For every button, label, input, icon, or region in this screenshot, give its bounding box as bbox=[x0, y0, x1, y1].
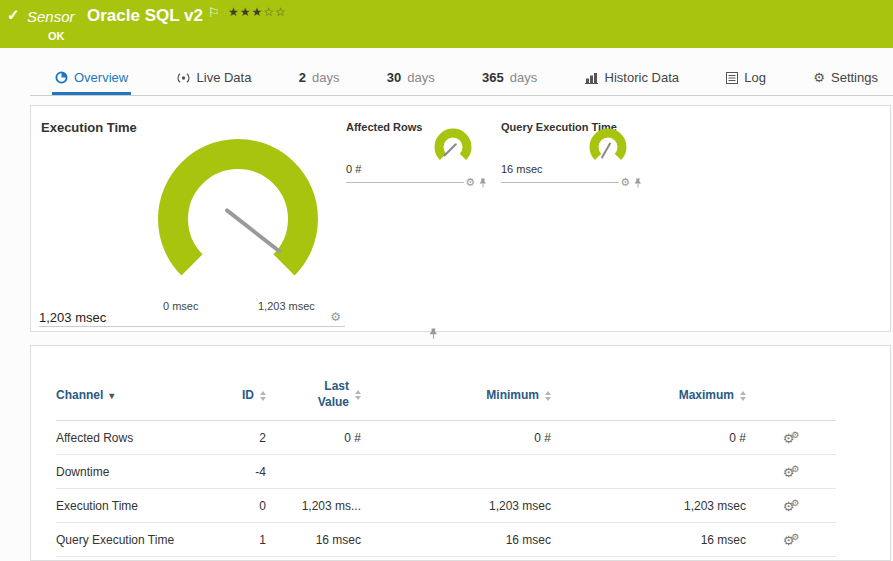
column-header-channel[interactable]: Channel▾ bbox=[56, 370, 206, 421]
query-execution-time-gauge bbox=[583, 125, 633, 167]
tab-settings[interactable]: ⚙ Settings bbox=[810, 63, 881, 95]
gauge-scale-min: 0 msec bbox=[163, 300, 198, 312]
sort-icon bbox=[545, 391, 551, 401]
tab-bar: Overview Live Data 2 days 30 days 365 da… bbox=[30, 63, 893, 96]
column-header-maximum[interactable]: Maximum bbox=[551, 370, 746, 421]
channel-settings-icon[interactable]: ⚙⚙ bbox=[783, 432, 800, 446]
gauge-title: Affected Rows bbox=[346, 121, 422, 133]
channel-name: Affected Rows bbox=[56, 421, 206, 455]
bar-chart-icon bbox=[585, 72, 599, 84]
channel-last-value: 0 # bbox=[266, 421, 361, 455]
tab-overview[interactable]: Overview bbox=[52, 63, 131, 95]
channels-panel: Channel▾ ID Last Value Minimum Maximum bbox=[30, 345, 891, 561]
tab-log[interactable]: Log bbox=[723, 63, 769, 95]
gauge-needle bbox=[227, 210, 279, 251]
gauge-tools: ⚙ bbox=[619, 177, 643, 188]
status-badge: OK bbox=[48, 30, 65, 42]
gauge-current-value: 0 # bbox=[346, 163, 361, 175]
gauge-current-value: 16 msec bbox=[501, 163, 543, 175]
affected-rows-gauge-tile: Affected Rows 0 # ⚙ bbox=[346, 116, 488, 183]
channel-id: 0 bbox=[206, 489, 266, 523]
gauge-current-value: 1,203 msec bbox=[39, 310, 106, 325]
channel-maximum: 16 msec bbox=[551, 523, 746, 557]
gauge-scale-max: 1,203 msec bbox=[258, 300, 315, 312]
channel-maximum bbox=[551, 455, 746, 489]
pin-icon[interactable] bbox=[429, 328, 438, 339]
table-row: Downtime -4 ⚙⚙ bbox=[56, 455, 836, 489]
tab-label: Live Data bbox=[197, 70, 252, 85]
channel-last-value: 1,203 ms... bbox=[266, 489, 361, 523]
log-icon bbox=[726, 72, 738, 84]
stars-empty-icon[interactable]: ☆☆ bbox=[263, 5, 287, 19]
channel-minimum: 16 msec bbox=[361, 523, 551, 557]
channel-id: 2 bbox=[206, 421, 266, 455]
channel-name: Query Execution Time bbox=[56, 523, 206, 557]
tab-number: 365 bbox=[482, 70, 504, 85]
table-row: Affected Rows 2 0 # 0 # 0 # ⚙⚙ bbox=[56, 421, 836, 455]
pin-icon[interactable] bbox=[634, 178, 642, 188]
tab-live-data[interactable]: Live Data bbox=[173, 63, 255, 95]
priority-stars[interactable]: ★★★☆☆ bbox=[228, 5, 287, 19]
tab-number: 30 bbox=[387, 70, 401, 85]
tab-unit: days bbox=[312, 70, 339, 85]
gauge-needle bbox=[602, 144, 610, 158]
channel-last-value: 16 msec bbox=[266, 523, 361, 557]
sort-icon bbox=[355, 390, 361, 400]
channel-name: Execution Time bbox=[56, 489, 206, 523]
channel-minimum: 0 # bbox=[361, 421, 551, 455]
channel-maximum: 0 # bbox=[551, 421, 746, 455]
tab-label: Overview bbox=[74, 70, 128, 85]
tab-unit: days bbox=[407, 70, 434, 85]
sensor-title: Oracle SQL v2 bbox=[87, 6, 203, 26]
sort-icon bbox=[260, 391, 266, 401]
broadcast-icon bbox=[176, 72, 191, 84]
pie-chart-icon bbox=[55, 71, 68, 84]
execution-time-gauge-tile: Execution Time 0 msec 1,203 msec 1,203 m… bbox=[39, 112, 345, 327]
tab-historic-data[interactable]: Historic Data bbox=[582, 63, 682, 95]
channel-id: -4 bbox=[206, 455, 266, 489]
table-row: Execution Time 0 1,203 ms... 1,203 msec … bbox=[56, 489, 836, 523]
tab-2-days[interactable]: 2 days bbox=[296, 63, 343, 95]
gear-icon[interactable]: ⚙ bbox=[330, 311, 341, 323]
gauge-tools: ⚙ bbox=[330, 311, 341, 323]
tab-label: Historic Data bbox=[605, 70, 679, 85]
column-header-minimum[interactable]: Minimum bbox=[361, 370, 551, 421]
tab-365-days[interactable]: 365 days bbox=[479, 63, 540, 95]
channel-id: 1 bbox=[206, 523, 266, 557]
gear-icon[interactable]: ⚙ bbox=[465, 177, 475, 188]
table-row: Query Execution Time 1 16 msec 16 msec 1… bbox=[56, 523, 836, 557]
column-header-last-value[interactable]: Last Value bbox=[266, 370, 361, 421]
channel-minimum: 1,203 msec bbox=[361, 489, 551, 523]
channel-settings-icon[interactable]: ⚙⚙ bbox=[783, 500, 800, 514]
column-header-id[interactable]: ID bbox=[206, 370, 266, 421]
channel-settings-icon[interactable]: ⚙⚙ bbox=[783, 534, 800, 548]
channel-maximum: 1,203 msec bbox=[551, 489, 746, 523]
query-execution-time-gauge-tile: Query Execution Time 16 msec ⚙ bbox=[501, 116, 643, 183]
stars-filled-icon[interactable]: ★★★ bbox=[228, 5, 263, 19]
affected-rows-gauge bbox=[428, 125, 478, 167]
tab-unit: days bbox=[510, 70, 537, 85]
gauge-needle bbox=[445, 144, 456, 155]
tab-number: 2 bbox=[299, 70, 306, 85]
tab-label: Log bbox=[744, 70, 766, 85]
sort-icon bbox=[740, 391, 746, 401]
gear-icon[interactable]: ⚙ bbox=[620, 177, 630, 188]
channel-name: Downtime bbox=[56, 455, 206, 489]
gauge-tools: ⚙ bbox=[464, 177, 488, 188]
gear-icon: ⚙ bbox=[813, 70, 825, 85]
object-type-label: Sensor bbox=[27, 8, 75, 25]
sensor-header: ✓ Sensor Oracle SQL v2 ⚐ ★★★☆☆ OK bbox=[0, 0, 893, 48]
channel-settings-icon[interactable]: ⚙⚙ bbox=[783, 466, 800, 480]
channel-minimum bbox=[361, 455, 551, 489]
table-header-row: Channel▾ ID Last Value Minimum Maximum bbox=[56, 370, 836, 421]
pin-icon[interactable] bbox=[479, 178, 487, 188]
status-ok-check-icon: ✓ bbox=[7, 6, 20, 24]
favorite-flag-icon[interactable]: ⚐ bbox=[208, 5, 220, 20]
channel-last-value bbox=[266, 455, 361, 489]
sort-direction-icon: ▾ bbox=[109, 390, 114, 401]
tab-label: Settings bbox=[831, 70, 878, 85]
sensor-page: ✓ Sensor Oracle SQL v2 ⚐ ★★★☆☆ OK Overvi… bbox=[0, 0, 893, 561]
gauges-panel: Execution Time 0 msec 1,203 msec 1,203 m… bbox=[30, 105, 891, 332]
tab-30-days[interactable]: 30 days bbox=[384, 63, 438, 95]
column-header-settings bbox=[746, 370, 836, 421]
